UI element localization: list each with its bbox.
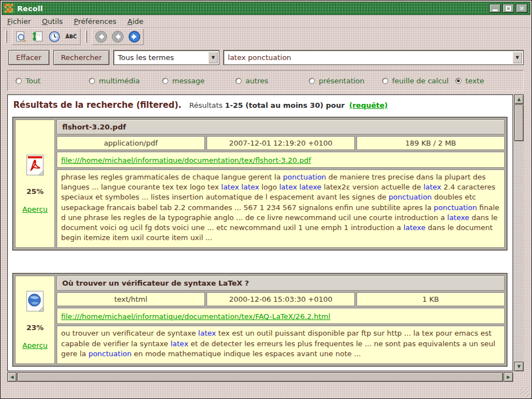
result-item: 25% Aperçu flshort-3.20.pdf application/… [12, 117, 508, 251]
result-preview-link[interactable]: Aperçu [22, 205, 48, 213]
highlighted-term: latex [279, 183, 297, 191]
radio-icon[interactable] [309, 78, 315, 84]
radio-icon[interactable] [162, 78, 168, 84]
forward-arrow-icon [128, 31, 140, 43]
filter-radio-message[interactable]: message [162, 77, 235, 85]
history-button[interactable] [47, 29, 62, 44]
result-item: 23% Aperçu Où trouver un vérificateur de… [12, 273, 508, 367]
toolbar-group-tools: ÂBĈ [12, 28, 81, 45]
highlighted-term: latexe [299, 183, 322, 191]
toolbar-grip[interactable] [85, 31, 87, 43]
results-title: Résultats de la recherche (filtered). [13, 100, 182, 110]
search-mode-select[interactable]: Tous les termes ▼ [113, 50, 219, 65]
html-document-icon[interactable] [26, 291, 44, 314]
results-header: Résultats de la recherche (filtered). Ré… [13, 100, 509, 110]
result-relevance-score: 23% [26, 323, 43, 332]
document-preview-icon [15, 31, 27, 43]
result-relevance-score: 25% [26, 187, 43, 196]
history-clock-icon [48, 31, 61, 43]
result-side-panel: 23% Aperçu [15, 276, 55, 364]
minimize-button[interactable] [489, 4, 501, 13]
radio-icon[interactable] [455, 78, 461, 84]
search-button[interactable]: Rechercher [53, 50, 110, 65]
highlighted-term: latexe [403, 223, 425, 232]
menu-préférences[interactable]: Préférences [74, 17, 116, 26]
results-list: Résultats de la recherche (filtered). Ré… [7, 94, 513, 371]
highlighted-term: latexe [447, 213, 469, 222]
scroll-down-button[interactable]: ▼ [514, 362, 524, 371]
recoll-window: Recoll ✕ FichierOutilsPréférencesAide [0, 0, 532, 399]
back-arrow-icon [95, 31, 107, 43]
vertical-scroll-thumb[interactable] [514, 104, 524, 141]
result-snippet: phrase les regles grammaticales de chaqu… [57, 169, 505, 248]
sort-document-icon [32, 31, 44, 43]
minimize-icon [493, 9, 498, 11]
term-explorer-button[interactable]: ÂBĈ [64, 29, 78, 44]
pdf-document-icon[interactable] [26, 154, 44, 178]
result-title: flshort-3.20.pdf [57, 119, 505, 134]
horizontal-scrollbar[interactable]: ◀ ▶ [7, 372, 513, 382]
result-url-link[interactable]: file:///home/michael/informatique/docume… [61, 312, 330, 321]
result-url-link[interactable]: file:///home/michael/informatique/docume… [61, 156, 311, 164]
app-icon [4, 4, 13, 13]
filter-label: texte [465, 77, 484, 85]
result-mime-type: text/html [57, 292, 205, 306]
filter-radio-feuille-de-calcul[interactable]: feuille de calcul [382, 77, 455, 85]
vertical-scrollbar[interactable]: ▲ ▼ [514, 94, 524, 371]
search-query-value: latex ponctuation [228, 53, 291, 62]
scroll-up-button[interactable]: ▲ [514, 94, 524, 104]
snippet-text: phrase les regles grammaticales de chaqu… [61, 173, 283, 181]
filter-label: présentation [319, 77, 364, 85]
back-arrow-icon [112, 31, 124, 43]
filter-radio-Tout[interactable]: Tout [16, 77, 89, 85]
sort-document-button[interactable] [31, 29, 45, 44]
filter-label: feuille de calcul [392, 77, 449, 85]
highlighted-term: ponctuation [434, 203, 477, 212]
filter-radio-texte[interactable]: texte [455, 77, 484, 85]
menu-fichier[interactable]: Fichier [7, 17, 31, 26]
close-button[interactable]: ✕ [516, 4, 528, 13]
titlebar[interactable]: Recoll ✕ [2, 2, 530, 15]
chevron-down-icon[interactable]: ▼ [208, 52, 218, 63]
maximize-button[interactable] [503, 4, 514, 13]
chevron-down-icon[interactable]: ▼ [513, 52, 522, 63]
query-link[interactable]: (requête) [349, 101, 388, 109]
clear-button[interactable]: Effacer [8, 50, 49, 65]
results-area: Résultats de la recherche (filtered). Ré… [7, 94, 524, 382]
radio-icon[interactable] [382, 78, 388, 84]
highlighted-term: latex [170, 340, 188, 348]
menu-outils[interactable]: Outils [42, 17, 63, 26]
nav-back-button[interactable] [94, 29, 108, 44]
filter-label: autres [245, 77, 268, 85]
toolbar-grip[interactable] [5, 31, 7, 43]
status-bar [2, 382, 530, 397]
filter-radio-présentation[interactable]: présentation [309, 77, 382, 85]
highlighted-term: latex [423, 183, 441, 191]
filter-radio-multimédia[interactable]: multimédia [89, 77, 162, 85]
search-input[interactable]: latex ponctuation ▼ [223, 50, 524, 65]
nav-back-button[interactable] [111, 29, 125, 44]
document-preview-button[interactable] [14, 29, 28, 44]
filter-label: multimédia [99, 77, 140, 85]
scroll-left-button[interactable]: ◀ [7, 372, 17, 382]
nav-forward-button[interactable] [127, 29, 142, 44]
resize-grip[interactable] [521, 388, 529, 396]
filter-radio-autres[interactable]: autres [235, 77, 309, 85]
highlighted-term: ponctuation [389, 193, 432, 201]
highlighted-term: ponctuation [283, 173, 327, 181]
result-size: 1 KB [357, 292, 505, 306]
menubar: FichierOutilsPréférencesAide [2, 15, 530, 28]
result-mime-type: application/pdf [57, 136, 205, 150]
close-icon: ✕ [519, 6, 524, 12]
search-row: Effacer Rechercher Tous les termes ▼ lat… [8, 50, 524, 65]
radio-icon[interactable] [235, 78, 242, 84]
snippet-text: logo [259, 183, 279, 191]
result-side-panel: 25% Aperçu [15, 119, 55, 248]
radio-icon[interactable] [16, 78, 22, 84]
menu-aide[interactable]: Aide [128, 17, 144, 26]
scroll-right-button[interactable]: ▶ [504, 372, 513, 382]
radio-icon[interactable] [89, 78, 95, 84]
result-preview-link[interactable]: Aperçu [22, 341, 48, 350]
horizontal-scroll-thumb[interactable] [17, 372, 503, 382]
snippet-text: ou trouver un verificateur de syntaxe [61, 329, 198, 337]
